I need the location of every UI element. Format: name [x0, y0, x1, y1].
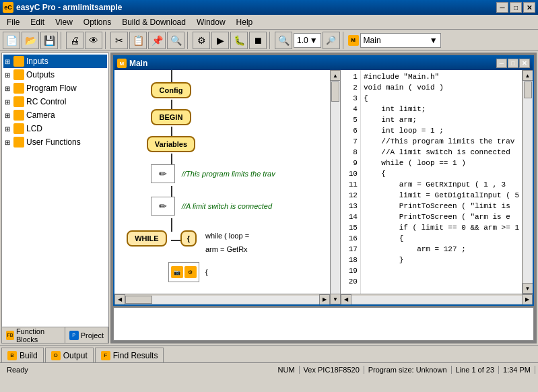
mdi-minimize-button[interactable]: ─ [496, 59, 507, 68]
search-button[interactable]: 🔍 [167, 32, 184, 49]
mdi-maximize-button[interactable]: □ [508, 59, 518, 68]
tab-output[interactable]: O Output [45, 348, 94, 362]
open-button[interactable]: 📂 [22, 32, 39, 49]
code-scroll-down-button[interactable]: ▼ [523, 283, 533, 294]
fc-brace[interactable]: { [180, 230, 197, 247]
program-flow-icon [13, 83, 24, 94]
tree-item-camera[interactable]: ⊞ Camera [3, 108, 107, 122]
fc-while[interactable]: WHILE [127, 230, 167, 247]
fc-arm-label: { [205, 268, 208, 276]
status-right: NUM Vex PIC18F8520 Program size: Unknown… [274, 366, 535, 374]
main-icon: M [348, 35, 359, 46]
code-line-9: //This program limits the trav [364, 136, 519, 147]
code-line-19: arm = 127 ; [364, 244, 519, 255]
fc-comment-2[interactable]: ✏ [151, 197, 175, 216]
mdi-icon: M [117, 59, 127, 68]
tree-item-lcd[interactable]: ⊞ LCD [3, 122, 107, 135]
maximize-button[interactable]: □ [510, 2, 522, 13]
tab-function-blocks[interactable]: FB Function Blocks [2, 327, 65, 343]
line-num-11: 11 [341, 179, 360, 190]
action-icon2: ⚙ [184, 266, 197, 278]
scroll-track-v[interactable] [331, 81, 340, 294]
status-ready: Ready [3, 366, 32, 374]
line-numbers: 1 2 3 4 5 6 7 8 9 10 11 12 13 [341, 70, 361, 294]
line-5 [171, 218, 172, 232]
cut-button[interactable]: ✂ [110, 32, 128, 49]
line-num-12: 12 [341, 190, 360, 201]
scroll-right-button[interactable]: ▶ [319, 294, 330, 305]
print-button[interactable]: 🖨 [66, 32, 83, 49]
tree-item-program-flow[interactable]: ⊞ Program Flow [3, 81, 107, 95]
scroll-track-h[interactable] [125, 296, 319, 304]
scroll-thumb-v[interactable] [331, 81, 339, 102]
main-window-dropdown[interactable]: Main ▼ [360, 33, 441, 48]
flowchart-scrollbar-v[interactable]: ▲ ▼ [330, 70, 341, 304]
tree-item-user-functions[interactable]: ⊞ User Functions [3, 135, 107, 149]
scroll-thumb-h[interactable] [125, 296, 152, 304]
build-button[interactable]: ⚙ [193, 32, 210, 49]
flowchart-canvas[interactable]: Config BEGIN Variables ✏ ✏ [114, 70, 330, 294]
menu-help[interactable]: Help [231, 15, 259, 29]
fc-brace-label: arm = GetRx [205, 245, 248, 253]
fc-action[interactable]: 📷 ⚙ [168, 262, 199, 282]
tab-project[interactable]: P Project [65, 327, 108, 343]
toolbar: 📄 📂 💾 🖨 👁 ✂ 📋 📌 🔍 ⚙ ▶ 🐛 ⏹ 🔍 1.0 ▼ 🔎 M Ma… [0, 30, 538, 51]
left-panel: ⊞ Inputs ⊞ Outputs ⊞ Program Flow ⊞ RC C… [1, 53, 109, 344]
flowchart-scrollbar-h[interactable]: ◀ ▶ [114, 294, 330, 304]
minimize-button[interactable]: ─ [496, 2, 508, 13]
status-bar: Ready NUM Vex PIC18F8520 Program size: U… [0, 362, 538, 376]
line-num-10: 10 [341, 168, 360, 179]
code-scroll-right-button[interactable]: ▶ [522, 294, 533, 305]
scroll-up-button[interactable]: ▲ [330, 70, 341, 81]
mdi-close-button[interactable]: ✕ [519, 59, 530, 68]
line-num-4: 4 [341, 104, 360, 115]
stop-button[interactable]: ⏹ [249, 32, 267, 49]
code-scroll-left-button[interactable]: ◀ [341, 294, 351, 305]
preview-button[interactable]: 👁 [85, 32, 102, 49]
run-button[interactable]: ▶ [211, 32, 229, 49]
menu-build-download[interactable]: Build & Download [116, 15, 191, 29]
zoom-in-button[interactable]: 🔎 [323, 32, 340, 49]
line-num-17: 17 [341, 244, 360, 255]
tree-item-inputs[interactable]: ⊞ Inputs [3, 55, 107, 68]
tree-label-program-flow: Program Flow [26, 84, 77, 93]
code-scrollbar-v[interactable]: ▲ ▼ [522, 70, 533, 294]
code-scroll-thumb[interactable] [524, 81, 532, 98]
copy-button[interactable]: 📋 [129, 32, 147, 49]
debug-button[interactable]: 🐛 [230, 32, 248, 49]
user-functions-icon [13, 137, 24, 148]
code-scroll-track[interactable] [523, 81, 533, 283]
close-button[interactable]: ✕ [523, 2, 535, 13]
tree-item-outputs[interactable]: ⊞ Outputs [3, 68, 107, 81]
tree-label-user-functions: User Functions [26, 137, 81, 147]
code-line-1: #include "Main.h" [364, 71, 519, 82]
zoom-dropdown[interactable]: 1.0 ▼ [294, 33, 321, 48]
code-scroll-track-h[interactable] [351, 296, 522, 304]
paste-button[interactable]: 📌 [148, 32, 166, 49]
code-text[interactable]: #include "Main.h" void main ( void ) { i… [361, 70, 522, 294]
tree-label-lcd: LCD [26, 124, 42, 133]
fc-config[interactable]: Config [151, 82, 191, 98]
tree-label-camera: Camera [26, 110, 55, 120]
new-button[interactable]: 📄 [3, 32, 20, 49]
fc-begin[interactable]: BEGIN [151, 109, 191, 125]
tab-find-results[interactable]: F Find Results [95, 348, 164, 362]
code-line-10: //A limit switch is connected [364, 147, 519, 158]
tree-item-rc-control[interactable]: ⊞ RC Control [3, 95, 107, 108]
menu-options[interactable]: Options [78, 15, 116, 29]
code-scrollbar-h[interactable]: ◀ ▶ [341, 294, 533, 304]
save-button[interactable]: 💾 [40, 32, 58, 49]
scroll-left-button[interactable]: ◀ [114, 294, 125, 305]
zoom-out-button[interactable]: 🔍 [275, 32, 292, 49]
menu-window[interactable]: Window [191, 15, 231, 29]
scroll-down-button[interactable]: ▼ [330, 294, 341, 304]
tab-label-function-blocks: Function Blocks [16, 327, 61, 344]
fc-comment-1[interactable]: ✏ [151, 164, 175, 183]
code-scroll-up-button[interactable]: ▲ [523, 70, 533, 81]
code-line-14: limit = GetDigitalInput ( 5 [364, 190, 519, 201]
menu-file[interactable]: File [1, 15, 25, 29]
fc-variables[interactable]: Variables [147, 136, 195, 152]
menu-view[interactable]: View [50, 15, 78, 29]
menu-edit[interactable]: Edit [25, 15, 50, 29]
tab-build[interactable]: B Build [1, 348, 44, 362]
